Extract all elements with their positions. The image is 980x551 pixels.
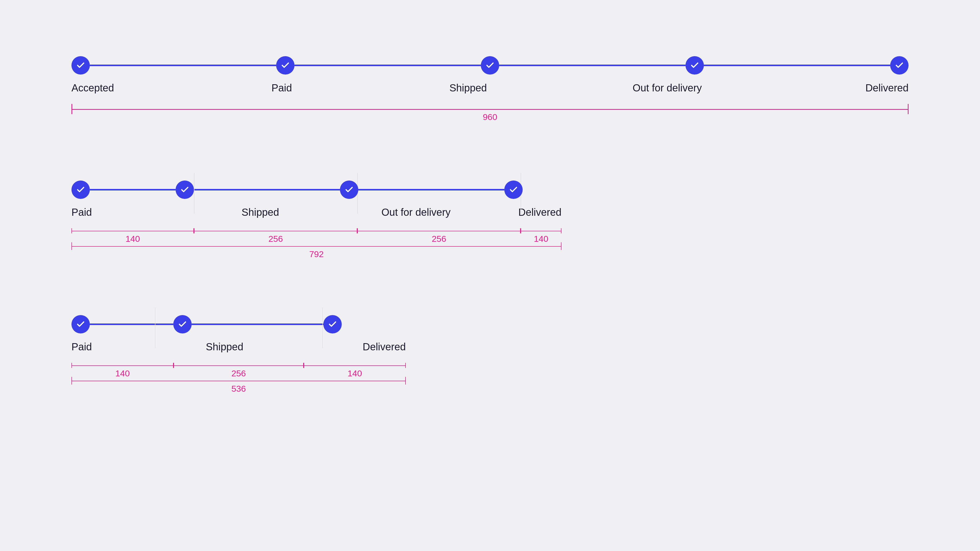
connector-3-4 xyxy=(499,65,686,66)
step-node-3-delivered xyxy=(323,315,342,333)
connector-2-2-3 xyxy=(194,189,340,191)
seg-label-2-2: 256 xyxy=(194,234,357,244)
total-line-2 xyxy=(72,246,562,247)
label-delivered: Delivered xyxy=(865,82,908,94)
measure-label-total-1: 960 xyxy=(483,112,497,122)
label-3-paid: Paid xyxy=(72,341,173,353)
seg-line-3-2 xyxy=(173,365,304,366)
seg-line-2-1 xyxy=(72,231,194,231)
divider-3-2 xyxy=(322,307,323,348)
total-tick-2-l xyxy=(72,242,72,250)
label-2-shipped: Shipped xyxy=(179,207,342,218)
section2: Paid Shipped Out for delivery Delivered … xyxy=(72,180,908,259)
seg-tick-3-1-l xyxy=(72,363,72,368)
measure-line-total-1 xyxy=(72,109,908,110)
measure-tick-left-1 xyxy=(72,104,72,114)
main-container: Accepted Paid Shipped Out for delivery D… xyxy=(0,0,980,450)
connector-2-3 xyxy=(294,65,481,66)
total-tick-3-l xyxy=(72,377,72,385)
seg-label-3-3: 140 xyxy=(304,368,406,378)
labels-row-3: Paid Shipped Delivered xyxy=(72,341,406,353)
seg-tick-3-3-r xyxy=(405,363,406,368)
stepper-row-3 xyxy=(72,315,406,333)
label-2-delivered: Delivered xyxy=(498,207,562,218)
step-node-2-shipped xyxy=(176,180,194,199)
seg-tick-2-4-l xyxy=(520,228,521,233)
seg-tick-3-2-l xyxy=(173,363,174,368)
seg-label-2-4: 140 xyxy=(520,234,562,244)
connector-4-5 xyxy=(704,65,890,66)
divider-3-1 xyxy=(155,307,156,348)
label-3-shipped: Shipped xyxy=(166,341,283,353)
label-out-for-delivery: Out for delivery xyxy=(633,82,702,94)
seg-tick-2-2-l xyxy=(194,228,194,233)
seg-line-2-3 xyxy=(357,231,520,231)
step-node-delivered xyxy=(890,56,908,75)
labels-row-1: Accepted Paid Shipped Out for delivery D… xyxy=(72,82,908,94)
step-node-2-out xyxy=(340,180,358,199)
seg-tick-2-1-l xyxy=(72,228,72,233)
seg-tick-2-4-r xyxy=(561,228,562,233)
step-node-shipped xyxy=(481,56,499,75)
seg-tick-2-3-l xyxy=(357,228,358,233)
step-node-paid xyxy=(276,56,294,75)
step-node-3-paid xyxy=(72,315,90,333)
seg-line-2-4 xyxy=(520,231,562,231)
label-paid: Paid xyxy=(272,82,292,94)
total-label-3: 536 xyxy=(231,384,246,394)
connector-3-2-3 xyxy=(192,323,323,325)
step-node-accepted xyxy=(72,56,90,75)
seg-label-3-2: 256 xyxy=(173,368,304,378)
section3: Paid Shipped Delivered 140 256 140 xyxy=(72,315,908,393)
connector-2-1-2 xyxy=(90,189,176,191)
stepper-row-1 xyxy=(72,56,908,75)
seg-tick-3-3-l xyxy=(304,363,304,368)
measurements-1: 960 xyxy=(72,104,908,124)
labels-row-2: Paid Shipped Out for delivery Delivered xyxy=(72,207,562,218)
seg-line-3-3 xyxy=(304,365,406,366)
seg-line-2-2 xyxy=(194,231,357,231)
connector-2-3-4 xyxy=(358,189,504,191)
measurements-2: 140 256 256 140 792 xyxy=(72,228,562,259)
connector-1-2 xyxy=(90,65,276,66)
seg-label-2-3: 256 xyxy=(357,234,520,244)
seg-line-3-1 xyxy=(72,365,173,366)
total-label-2: 792 xyxy=(309,249,324,259)
label-accepted: Accepted xyxy=(72,82,114,94)
measurements-3: 140 256 140 536 xyxy=(72,363,406,393)
seg-label-2-1: 140 xyxy=(72,234,194,244)
total-tick-3-r xyxy=(405,377,406,385)
measure-tick-right-1 xyxy=(908,104,908,114)
stepper-row-2 xyxy=(72,180,562,199)
step-node-2-paid xyxy=(72,180,90,199)
connector-3-1-2 xyxy=(90,323,173,325)
label-3-delivered: Delivered xyxy=(283,341,406,353)
step-node-3-shipped xyxy=(173,315,192,333)
total-tick-2-r xyxy=(561,242,562,250)
step-node-2-delivered xyxy=(504,180,523,199)
seg-label-3-1: 140 xyxy=(72,368,173,378)
label-2-out: Out for delivery xyxy=(334,207,498,218)
label-2-paid: Paid xyxy=(72,207,194,218)
section1: Accepted Paid Shipped Out for delivery D… xyxy=(72,56,908,124)
label-shipped: Shipped xyxy=(449,82,487,94)
step-node-out-for-delivery xyxy=(686,56,704,75)
total-line-3 xyxy=(72,381,406,381)
divider-2-1 xyxy=(194,173,194,214)
